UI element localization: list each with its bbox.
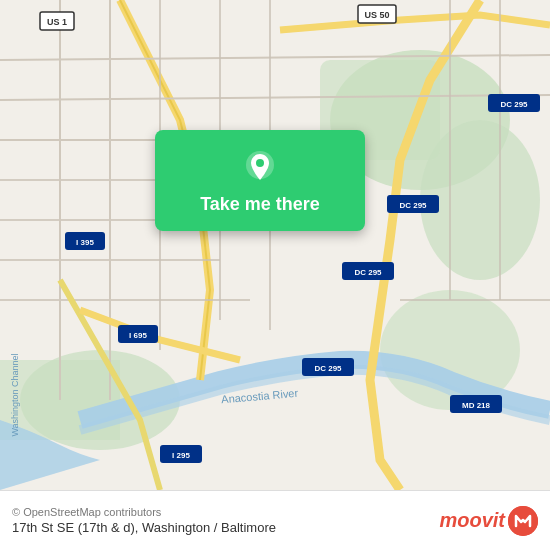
svg-text:DC 295: DC 295 xyxy=(354,268,382,277)
take-me-there-label: Take me there xyxy=(200,194,320,215)
map-container: US 1 US 50 I 395 I 695 DC 295 DC 295 DC … xyxy=(0,0,550,490)
moovit-logo: moovit xyxy=(439,506,538,536)
svg-text:DC 295: DC 295 xyxy=(500,100,528,109)
svg-text:DC 295: DC 295 xyxy=(314,364,342,373)
map-svg: US 1 US 50 I 395 I 695 DC 295 DC 295 DC … xyxy=(0,0,550,490)
svg-text:I 295: I 295 xyxy=(172,451,190,460)
location-label: 17th St SE (17th & d), Washington / Balt… xyxy=(12,520,439,535)
take-me-there-button[interactable]: Take me there xyxy=(155,130,365,231)
svg-text:MD 218: MD 218 xyxy=(462,401,491,410)
svg-text:US 50: US 50 xyxy=(364,10,389,20)
svg-point-45 xyxy=(256,159,264,167)
location-pin-icon xyxy=(242,150,278,186)
osm-copyright: © OpenStreetMap contributors xyxy=(12,506,439,518)
moovit-text: moovit xyxy=(439,509,505,532)
svg-text:DC 295: DC 295 xyxy=(399,201,427,210)
button-overlay: Take me there xyxy=(155,130,365,231)
svg-text:Washington Channel: Washington Channel xyxy=(10,353,20,436)
svg-text:I 395: I 395 xyxy=(76,238,94,247)
svg-text:I 695: I 695 xyxy=(129,331,147,340)
svg-text:US 1: US 1 xyxy=(47,17,67,27)
moovit-icon xyxy=(508,506,538,536)
moovit-m-icon xyxy=(508,506,538,536)
bottom-info: © OpenStreetMap contributors 17th St SE … xyxy=(12,506,538,536)
bottom-bar: © OpenStreetMap contributors 17th St SE … xyxy=(0,490,550,550)
